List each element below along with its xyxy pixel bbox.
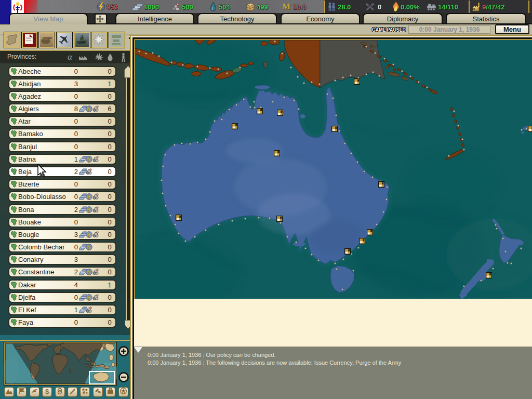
- svg-text:α: α: [68, 52, 73, 62]
